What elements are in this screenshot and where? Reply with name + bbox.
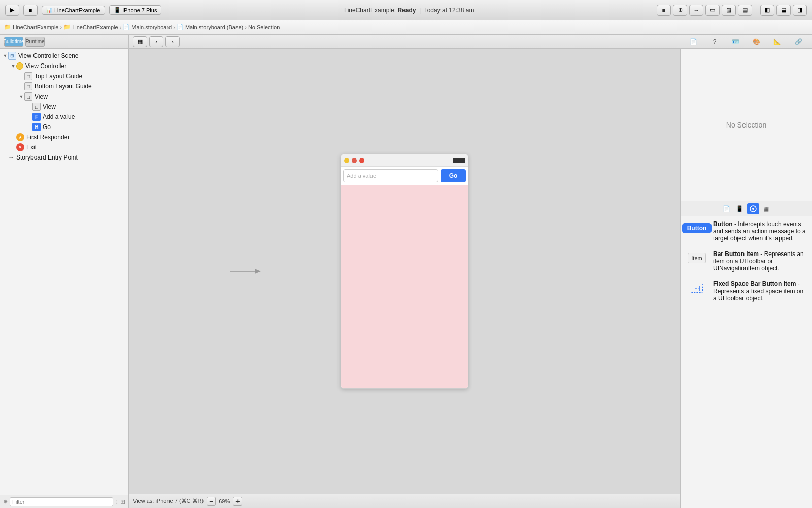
library-item-button[interactable]: button Button Button - Intercepts touch … [681,216,812,246]
nav-go[interactable]: B Go [0,122,128,132]
library-tab-file[interactable]: 📄 [721,203,733,214]
storyboard-entry-arrow [230,266,261,276]
canvas-next-btn[interactable]: › [165,36,180,47]
device-selector[interactable]: 📱 iPhone 7 Plus [109,5,162,15]
library-tabs: 📄 📱 ▦ [681,201,812,216]
inspector-size-btn[interactable]: 📐 [772,37,783,47]
runtime-label: Runtime [25,39,44,44]
navigator-filter-input[interactable] [10,497,113,506]
breadcrumb-icon-4: 📄 [177,24,184,30]
nav-entry-label: Storyboard Entry Point [16,154,78,161]
debug-toggle[interactable]: ⬓ [776,5,791,16]
buildtime-label: Buildtime [3,39,24,44]
canvas-storyboard-btn[interactable]: ▦ [133,36,147,47]
stop-button[interactable]: ■ [23,5,38,16]
library-tab-objects[interactable] [747,203,759,214]
nav-top-guide-label: Top Layout Guide [35,73,82,80]
go-icon: B [32,123,41,131]
iphone-title-bar [341,154,468,167]
canvas-view-as-label: View as: iPhone 7 (⌘C ⌘R) [133,498,204,504]
window-stop-dot[interactable] [359,158,364,163]
add-value-icon: F [32,113,41,121]
breadcrumb-item-1[interactable]: LineChartExample [13,24,59,30]
nav-bottom-guide-label: Bottom Layout Guide [35,83,92,90]
nav-add-value[interactable]: F Add a value [0,112,128,122]
buildtime-toggle[interactable]: Buildtime [4,37,23,47]
nav-vc-label: View Controller [25,62,66,70]
inspector-quick-btn[interactable]: ? [709,37,720,47]
assistant-editor-button[interactable]: ▨ [722,5,736,16]
breadcrumb-icon-2: 📁 [63,24,71,30]
iphone-input-row: Add a value Go [341,167,468,185]
scheme-selector[interactable]: 📊 LineChartExample [42,6,105,15]
textfield-placeholder: Add a value [347,173,376,179]
nav-exit-label: Exit [26,144,37,151]
iphone-textfield[interactable]: Add a value [343,169,438,182]
nav-vc[interactable]: ▼ View Controller [0,61,128,71]
inspector-connections-btn[interactable]: 🔗 [793,37,803,47]
standard-editor-button[interactable]: ▭ [705,5,720,16]
version-editor-button[interactable]: ▤ [738,5,752,16]
library-fixed-space-title: Fixed Space Bar Button Item - Represents… [713,280,807,302]
top-toolbar: ▶ ■ 📊 LineChartExample 📱 iPhone 7 Plus L… [0,0,812,20]
breadcrumb-item-4[interactable]: Main.storyboard (Base) [185,24,243,30]
nav-view-child[interactable]: □ View [0,102,128,112]
run-button[interactable]: ▶ [5,5,19,16]
library-button-icon: button Button [686,220,708,236]
nav-view-parent[interactable]: ▼ □ View [0,91,128,102]
breadcrumb-item-5[interactable]: No Selection [248,24,280,30]
nav-first-responder-label: First Responder [26,134,70,141]
scheme-label: LineChartExample [54,7,100,13]
runtime-toggle[interactable]: Runtime [25,37,45,47]
view-parent-icon: □ [24,92,32,101]
right-panel-inspector: No Selection [681,49,812,201]
inspector-attributes-btn[interactable]: 🎨 [752,37,762,47]
battery-indicator [453,158,465,163]
inspector-identity-btn[interactable]: 🪪 [730,37,740,47]
zoom-in-button[interactable]: + [233,497,242,506]
nav-view-parent-label: View [35,93,48,100]
window-minimize-dot[interactable] [344,158,349,163]
zoom-level: 69% [219,498,230,504]
nav-bottom-guide[interactable]: □ Bottom Layout Guide [0,81,128,91]
time-text: Today at 12:38 am [424,7,475,14]
iphone-mockup: Add a value Go [341,154,468,389]
entry-arrow-icon: → [8,154,14,161]
navigator-tree: ▼ ⊞ View Controller Scene ▼ View Control… [0,49,128,495]
scheme-icon: 📊 [46,7,52,13]
forward-back-button[interactable]: ↔ [689,5,703,16]
library-tab-media[interactable]: ▦ [760,203,772,214]
stop-icon: ■ [29,7,32,13]
zoom-out-button[interactable]: − [207,497,216,506]
nav-top-guide[interactable]: □ Top Layout Guide [0,71,128,81]
nav-add-value-label: Add a value [43,113,75,120]
app-name: LineChartExample [344,7,394,14]
nav-scene[interactable]: ▼ ⊞ View Controller Scene [0,51,128,61]
library-tab-device[interactable]: 📱 [734,203,746,214]
navigator-filter-bar: ⊕ ↕ ⊞ [0,495,128,508]
library-panel: button Button Button - Intercepts touch … [681,216,812,508]
nav-first-responder[interactable]: ★ First Responder [0,132,128,142]
related-files-button[interactable]: ⊕ [673,5,687,16]
utilities-toggle[interactable]: ◨ [793,5,807,16]
canvas-prev-btn[interactable]: ‹ [149,36,163,47]
exit-icon: ✕ [16,143,24,151]
inspector-file-btn[interactable]: 📄 [689,37,699,47]
device-icon: 📱 [114,7,121,13]
library-item-fixed-space[interactable]: |···| Fixed Space Bar Button Item - Repr… [681,276,812,306]
no-selection-text: No Selection [726,121,766,129]
list-view-button[interactable]: ≡ [657,5,671,16]
filter-sort-icon[interactable]: ↕ [115,498,118,505]
breadcrumb-item-2[interactable]: LineChartExample [72,24,118,30]
iphone-go-button[interactable]: Go [441,169,466,182]
navigator-toggle[interactable]: ◧ [760,5,774,16]
nav-entry-point[interactable]: → Storyboard Entry Point [0,152,128,163]
library-item-bar-button[interactable]: Item Bar Button Item - Represents an ite… [681,246,812,276]
canvas-bottom-bar: View as: iPhone 7 (⌘C ⌘R) − 69% + [129,494,680,508]
breadcrumb-item-3[interactable]: Main.storyboard [131,24,172,30]
window-close-dot[interactable] [352,158,357,163]
status-text: Ready [397,7,416,14]
nav-exit[interactable]: ✕ Exit [0,142,128,152]
filter-options-icon[interactable]: ⊞ [120,498,125,505]
navigator-panel: ▼ ⊞ View Controller Scene ▼ View Control… [0,49,129,508]
